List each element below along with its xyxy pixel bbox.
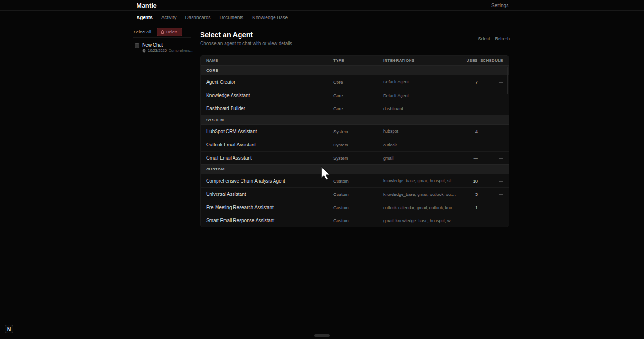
cell-integrations: Default Agent xyxy=(383,93,461,98)
cell-integrations: outlook-calendar, gmail, outlook, knowle… xyxy=(383,205,461,210)
page-subtitle: Choose an agent to chat with or view det… xyxy=(200,41,292,46)
main-panel: Select an Agent Choose an agent to chat … xyxy=(193,25,644,339)
table-row[interactable]: HubSpot CRM AssistantSystemhubspot4— xyxy=(201,125,509,138)
select-all-link[interactable]: Select All xyxy=(134,30,151,34)
column-header-type: TYPE xyxy=(333,58,383,63)
brand-logo: Mantle xyxy=(137,2,157,9)
cell-integrations: gmail, knowledge_base, hubspot, web_sea.… xyxy=(383,218,461,223)
cell-name: Outlook Email Assistant xyxy=(206,142,333,147)
cell-uses: — xyxy=(461,218,478,223)
top-bar: Mantle Settings xyxy=(0,0,644,11)
cell-schedule: — xyxy=(478,142,503,147)
cell-name: Smart Email Response Assistant xyxy=(206,218,333,223)
cell-integrations: knowledge_base, gmail, hubspot, stripe, … xyxy=(383,178,461,183)
cell-schedule: — xyxy=(478,129,503,134)
cell-name: Comprehensive Churn Analysis Agent xyxy=(206,178,333,184)
cell-uses: 7 xyxy=(461,80,478,85)
tab-documents[interactable]: Documents xyxy=(220,15,244,20)
tab-agents[interactable]: Agents xyxy=(137,15,153,20)
cell-type: System xyxy=(333,129,383,134)
chat-tag: Comprehens... xyxy=(169,48,193,53)
table-row[interactable]: Agent CreatorCoreDefault Agent7— xyxy=(201,75,509,89)
cell-schedule: — xyxy=(478,178,503,184)
tab-knowledge-base[interactable]: Knowledge Base xyxy=(252,15,288,20)
drag-handle[interactable] xyxy=(314,334,330,337)
tab-activity[interactable]: Activity xyxy=(161,15,177,20)
sidebar-toolbar: Select All Delete xyxy=(134,28,182,36)
delete-button[interactable]: Delete xyxy=(157,28,182,36)
chat-meta: 10/23/2025 Comprehens... xyxy=(142,48,193,53)
cell-schedule: — xyxy=(478,205,503,210)
column-header-uses: USES xyxy=(461,58,478,63)
table-header-row: NAME TYPE INTEGRATIONS USES SCHEDULE xyxy=(201,56,509,65)
table-row[interactable]: Smart Email Response AssistantCustomgmai… xyxy=(201,214,509,227)
cell-type: Custom xyxy=(333,205,383,210)
select-button[interactable]: Select xyxy=(478,36,490,41)
chat-sidebar: Select All Delete New Chat 10/2 xyxy=(0,25,193,339)
cell-name: Universal Assistant xyxy=(206,192,333,197)
chat-date: 10/23/2025 xyxy=(148,48,167,53)
cell-uses: — xyxy=(461,142,478,147)
cell-schedule: — xyxy=(478,80,503,85)
nav-tabs: AgentsActivityDashboardsDocumentsKnowled… xyxy=(0,11,644,24)
cell-integrations: gmail xyxy=(383,156,461,161)
chat-title: New Chat xyxy=(142,42,163,48)
cell-type: System xyxy=(333,142,383,147)
cell-uses: 3 xyxy=(461,192,478,197)
cell-type: Custom xyxy=(333,192,383,197)
chat-checkbox[interactable] xyxy=(135,43,139,48)
table-row[interactable]: Dashboard BuilderCoredashboard—— xyxy=(201,102,509,115)
table-scrollbar[interactable] xyxy=(507,67,508,94)
table-row[interactable]: Outlook Email AssistantSystemoutlook—— xyxy=(201,138,509,151)
cell-name: Gmail Email Assistant xyxy=(206,155,333,161)
column-header-name: NAME xyxy=(206,58,333,63)
dev-badge[interactable]: N xyxy=(5,325,13,333)
cell-name: HubSpot CRM Assistant xyxy=(206,129,333,134)
cell-schedule: — xyxy=(478,155,503,161)
page-title: Select an Agent xyxy=(200,31,253,39)
table-row[interactable]: Universal AssistantCustomknowledge_base,… xyxy=(201,187,509,201)
cell-name: Dashboard Builder xyxy=(206,106,333,111)
table-row[interactable]: Comprehensive Churn Analysis AgentCustom… xyxy=(201,174,509,187)
refresh-button[interactable]: Refresh xyxy=(495,36,510,41)
cell-name: Agent Creator xyxy=(206,80,333,85)
cell-integrations: hubspot xyxy=(383,129,461,134)
agents-table-body: COREAgent CreatorCoreDefault Agent7—Know… xyxy=(201,65,509,227)
settings-link[interactable]: Settings xyxy=(491,3,508,8)
table-row[interactable]: Pre-Meeting Research AssistantCustomoutl… xyxy=(201,201,509,214)
cell-type: Core xyxy=(333,80,383,85)
cell-type: Custom xyxy=(333,178,383,184)
clock-icon xyxy=(142,49,146,53)
cell-schedule: — xyxy=(478,93,503,98)
cell-uses: — xyxy=(461,155,478,161)
cell-type: System xyxy=(333,155,383,161)
delete-button-label: Delete xyxy=(166,30,178,34)
cell-type: Custom xyxy=(333,218,383,223)
header-actions: Select Refresh xyxy=(478,36,510,41)
cell-uses: — xyxy=(461,93,478,98)
cell-uses: 10 xyxy=(461,178,478,184)
cell-schedule: — xyxy=(478,192,503,197)
cell-schedule: — xyxy=(478,218,503,223)
cell-uses: 4 xyxy=(461,129,478,134)
chat-list-item[interactable]: New Chat 10/23/2025 Comprehens... xyxy=(133,41,190,56)
cell-name: Pre-Meeting Research Assistant xyxy=(206,205,333,210)
tab-dashboards[interactable]: Dashboards xyxy=(185,15,211,20)
agents-table: NAME TYPE INTEGRATIONS USES SCHEDULE COR… xyxy=(200,55,509,227)
cell-uses: — xyxy=(461,106,478,111)
column-header-schedule: SCHEDULE xyxy=(478,58,503,63)
table-row[interactable]: Gmail Email AssistantSystemgmail—— xyxy=(201,151,509,164)
cell-schedule: — xyxy=(478,106,503,111)
cell-integrations: outlook xyxy=(383,143,461,147)
trash-icon xyxy=(161,30,164,34)
cell-name: Knowledge Assistant xyxy=(206,93,333,98)
section-header-system: SYSTEM xyxy=(201,115,509,125)
table-row[interactable]: Knowledge AssistantCoreDefault Agent—— xyxy=(201,89,509,102)
section-header-core: CORE xyxy=(201,65,509,75)
column-header-integrations: INTEGRATIONS xyxy=(383,58,461,63)
cell-uses: 1 xyxy=(461,205,478,210)
cell-integrations: dashboard xyxy=(383,106,461,111)
sidebar-divider xyxy=(133,37,191,38)
cell-integrations: Default Agent xyxy=(383,80,461,84)
section-header-custom: CUSTOM xyxy=(201,164,509,174)
